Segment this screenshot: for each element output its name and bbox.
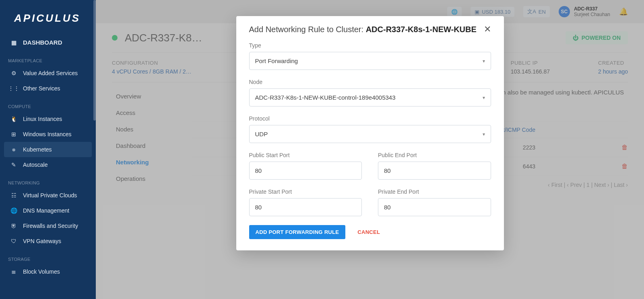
public-start-port-label: Public Start Port bbox=[249, 152, 362, 158]
sidebar-item-firewalls[interactable]: ⛨ Firewalls and Security bbox=[0, 218, 96, 233]
close-icon[interactable]: ✕ bbox=[484, 25, 491, 34]
sidebar-item-label: Linux Instances bbox=[23, 116, 62, 122]
public-end-port-label: Public End Port bbox=[378, 152, 491, 158]
private-end-port-input[interactable]: 80 bbox=[378, 198, 491, 216]
main: 🌐 ▣ USD 183.10 文A EN SC ADC-R337 Surjeet… bbox=[96, 0, 644, 299]
modal-title: Add Networking Rule to Cluster: ADC-R337… bbox=[249, 25, 477, 34]
chevron-down-icon: ▾ bbox=[483, 58, 485, 64]
sidebar-item-vas[interactable]: ⚙ Value Added Services bbox=[0, 66, 96, 81]
sidebar-item-autoscale[interactable]: ✎ Autoscale bbox=[0, 157, 96, 172]
windows-icon: ⊞ bbox=[10, 131, 17, 137]
globe-icon: 🌐 bbox=[10, 207, 17, 214]
node-select[interactable]: ADC-R337-K8s-1-NEW-KUBE-control-189e4005… bbox=[249, 88, 491, 106]
grid-icon: ⋮⋮ bbox=[10, 85, 17, 92]
sidebar-item-label: Autoscale bbox=[23, 162, 47, 168]
sidebar-item-label: Virtual Private Clouds bbox=[23, 192, 77, 199]
add-rule-button[interactable]: ADD PORT FORWARDING RULE bbox=[249, 225, 346, 239]
shield-icon: 🛡 bbox=[10, 238, 17, 244]
sidebar-section-networking: NETWORKING bbox=[0, 172, 96, 188]
chevron-down-icon: ▾ bbox=[483, 95, 485, 100]
sidebar-item-windows[interactable]: ⊞ Windows Instances bbox=[0, 127, 96, 142]
sliders-icon: ⚙ bbox=[10, 70, 17, 76]
cancel-button[interactable]: CANCEL bbox=[357, 229, 380, 235]
protocol-value: UDP bbox=[255, 131, 268, 137]
type-label: Type bbox=[249, 42, 491, 49]
private-start-port-value: 80 bbox=[255, 204, 262, 211]
kubernetes-icon: ⎈ bbox=[10, 146, 17, 153]
sidebar-item-block[interactable]: ≣ Block Volumes bbox=[0, 264, 96, 279]
brand-logo: APICULUS bbox=[0, 0, 96, 35]
vpc-icon: ☷ bbox=[10, 192, 17, 199]
private-end-port-value: 80 bbox=[384, 204, 391, 211]
sidebar-item-label: Kubernetes bbox=[23, 146, 52, 153]
volumes-icon: ≣ bbox=[10, 268, 17, 275]
sidebar-item-kubernetes[interactable]: ⎈ Kubernetes bbox=[4, 142, 92, 157]
add-networking-rule-modal: Add Networking Rule to Cluster: ADC-R337… bbox=[236, 16, 504, 250]
public-end-port-value: 80 bbox=[384, 167, 391, 174]
sidebar-item-label: Other Services bbox=[23, 85, 60, 92]
linux-icon: 🐧 bbox=[10, 116, 17, 122]
firewall-icon: ⛨ bbox=[10, 223, 17, 229]
modal-title-cluster: ADC-R337-K8s-1-NEW-KUBE bbox=[366, 25, 477, 34]
type-select[interactable]: Port Forwarding ▾ bbox=[249, 52, 491, 70]
sidebar-item-label: Block Volumes bbox=[23, 268, 60, 275]
dashboard-icon: ▦ bbox=[10, 39, 17, 46]
sidebar-item-label: Firewalls and Security bbox=[23, 223, 78, 229]
autoscale-icon: ✎ bbox=[10, 162, 17, 168]
sidebar-item-vpc[interactable]: ☷ Virtual Private Clouds bbox=[0, 188, 96, 203]
modal-title-prefix: Add Networking Rule to Cluster: bbox=[249, 25, 366, 34]
type-value: Port Forwarding bbox=[255, 57, 298, 64]
sidebar-item-dns[interactable]: 🌐 DNS Management bbox=[0, 203, 96, 218]
node-value: ADC-R337-K8s-1-NEW-KUBE-control-189e4005… bbox=[255, 94, 396, 101]
sidebar-item-label: DASHBOARD bbox=[23, 39, 62, 46]
protocol-label: Protocol bbox=[249, 115, 491, 122]
modal-overlay: Add Networking Rule to Cluster: ADC-R337… bbox=[96, 0, 644, 299]
sidebar-section-storage: STORAGE bbox=[0, 249, 96, 264]
private-end-port-label: Private End Port bbox=[378, 188, 491, 195]
private-start-port-label: Private Start Port bbox=[249, 188, 362, 195]
sidebar-item-label: DNS Management bbox=[23, 207, 69, 214]
sidebar: APICULUS ▦ DASHBOARD MARKETPLACE ⚙ Value… bbox=[0, 0, 96, 299]
sidebar-section-marketplace: MARKETPLACE bbox=[0, 50, 96, 66]
public-end-port-input[interactable]: 80 bbox=[378, 162, 491, 180]
sidebar-item-label: Windows Instances bbox=[23, 131, 72, 137]
sidebar-item-label: VPN Gateways bbox=[23, 238, 61, 244]
protocol-select[interactable]: UDP ▾ bbox=[249, 125, 491, 143]
sidebar-item-linux[interactable]: 🐧 Linux Instances bbox=[0, 111, 96, 127]
sidebar-item-vpn[interactable]: 🛡 VPN Gateways bbox=[0, 233, 96, 249]
sidebar-item-other[interactable]: ⋮⋮ Other Services bbox=[0, 81, 96, 96]
sidebar-item-dashboard[interactable]: ▦ DASHBOARD bbox=[0, 35, 96, 50]
public-start-port-input[interactable]: 80 bbox=[249, 162, 362, 180]
chevron-down-icon: ▾ bbox=[483, 131, 485, 137]
node-label: Node bbox=[249, 79, 491, 85]
private-start-port-input[interactable]: 80 bbox=[249, 198, 362, 216]
sidebar-item-label: Value Added Services bbox=[23, 70, 78, 76]
public-start-port-value: 80 bbox=[255, 167, 262, 174]
sidebar-section-compute: COMPUTE bbox=[0, 96, 96, 111]
